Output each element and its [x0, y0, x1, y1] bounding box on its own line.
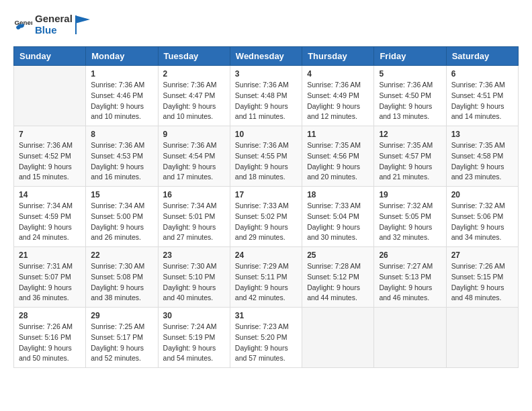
day-info: Sunrise: 7:28 AMSunset: 5:12 PMDaylight:… — [307, 261, 369, 304]
day-number: 20 — [451, 190, 513, 199]
day-number: 11 — [307, 130, 369, 139]
day-info: Sunrise: 7:36 AMSunset: 4:53 PMDaylight:… — [91, 140, 152, 183]
day-info: Sunrise: 7:36 AMSunset: 4:48 PMDaylight:… — [235, 80, 297, 122]
day-number: 6 — [451, 69, 513, 79]
calendar-cell: 28Sunrise: 7:26 AMSunset: 5:16 PMDayligh… — [14, 308, 86, 368]
day-info: Sunrise: 7:36 AMSunset: 4:47 PMDaylight:… — [163, 80, 225, 122]
day-number: 28 — [19, 311, 81, 320]
calendar-cell — [14, 66, 86, 126]
calendar-cell: 9Sunrise: 7:36 AMSunset: 4:54 PMDaylight… — [158, 126, 230, 187]
calendar-cell: 10Sunrise: 7:36 AMSunset: 4:55 PMDayligh… — [230, 126, 302, 187]
day-info: Sunrise: 7:32 AMSunset: 5:05 PMDaylight:… — [379, 201, 441, 243]
day-info: Sunrise: 7:33 AMSunset: 5:04 PMDaylight:… — [307, 201, 369, 243]
calendar-cell: 3Sunrise: 7:36 AMSunset: 4:48 PMDaylight… — [230, 66, 302, 126]
day-number: 10 — [235, 130, 297, 139]
calendar-cell: 8Sunrise: 7:36 AMSunset: 4:53 PMDaylight… — [86, 126, 158, 187]
calendar-cell: 4Sunrise: 7:36 AMSunset: 4:49 PMDaylight… — [302, 66, 374, 126]
day-number: 22 — [91, 250, 152, 260]
calendar-cell: 7Sunrise: 7:36 AMSunset: 4:52 PMDaylight… — [14, 126, 86, 187]
day-number: 8 — [91, 130, 152, 139]
calendar-cell: 22Sunrise: 7:30 AMSunset: 5:08 PMDayligh… — [86, 247, 158, 308]
day-number: 1 — [91, 69, 152, 79]
day-info: Sunrise: 7:36 AMSunset: 4:52 PMDaylight:… — [19, 140, 81, 183]
calendar-cell: 20Sunrise: 7:32 AMSunset: 5:06 PMDayligh… — [446, 187, 518, 247]
day-info: Sunrise: 7:35 AMSunset: 4:58 PMDaylight:… — [451, 140, 513, 183]
calendar-cell: 14Sunrise: 7:34 AMSunset: 4:59 PMDayligh… — [14, 187, 86, 247]
day-info: Sunrise: 7:25 AMSunset: 5:17 PMDaylight:… — [91, 322, 152, 364]
weekday-header-row: SundayMondayTuesdayWednesdayThursdayFrid… — [14, 47, 519, 66]
day-info: Sunrise: 7:26 AMSunset: 5:16 PMDaylight:… — [19, 322, 81, 364]
day-info: Sunrise: 7:29 AMSunset: 5:11 PMDaylight:… — [235, 261, 297, 304]
day-info: Sunrise: 7:36 AMSunset: 4:46 PMDaylight:… — [91, 80, 152, 122]
calendar-cell: 17Sunrise: 7:33 AMSunset: 5:02 PMDayligh… — [230, 187, 302, 247]
day-info: Sunrise: 7:31 AMSunset: 5:07 PMDaylight:… — [19, 261, 81, 304]
day-info: Sunrise: 7:30 AMSunset: 5:10 PMDaylight:… — [163, 261, 225, 304]
logo-blue-text: Blue — [35, 25, 73, 36]
day-number: 18 — [307, 190, 369, 199]
weekday-header-saturday: Saturday — [446, 47, 518, 66]
weekday-header-monday: Monday — [86, 47, 158, 66]
svg-marker-1 — [75, 15, 90, 24]
calendar-cell: 25Sunrise: 7:28 AMSunset: 5:12 PMDayligh… — [302, 247, 374, 308]
calendar-cell: 15Sunrise: 7:34 AMSunset: 5:00 PMDayligh… — [86, 187, 158, 247]
day-info: Sunrise: 7:30 AMSunset: 5:08 PMDaylight:… — [91, 261, 152, 304]
day-number: 16 — [163, 190, 225, 199]
day-number: 26 — [379, 250, 441, 260]
day-info: Sunrise: 7:36 AMSunset: 4:51 PMDaylight:… — [451, 80, 513, 122]
calendar-cell: 26Sunrise: 7:27 AMSunset: 5:13 PMDayligh… — [374, 247, 446, 308]
day-number: 30 — [163, 311, 225, 320]
day-number: 31 — [235, 311, 297, 320]
day-info: Sunrise: 7:36 AMSunset: 4:50 PMDaylight:… — [379, 80, 441, 122]
day-info: Sunrise: 7:36 AMSunset: 4:55 PMDaylight:… — [235, 140, 297, 183]
calendar-cell: 5Sunrise: 7:36 AMSunset: 4:50 PMDaylight… — [374, 66, 446, 126]
day-info: Sunrise: 7:33 AMSunset: 5:02 PMDaylight:… — [235, 201, 297, 243]
calendar-week-1: 1Sunrise: 7:36 AMSunset: 4:46 PMDaylight… — [14, 66, 519, 126]
day-number: 24 — [235, 250, 297, 260]
logo: General General Blue — [13, 13, 90, 36]
day-info: Sunrise: 7:32 AMSunset: 5:06 PMDaylight:… — [451, 201, 513, 243]
calendar-cell: 2Sunrise: 7:36 AMSunset: 4:47 PMDaylight… — [158, 66, 230, 126]
calendar-cell: 31Sunrise: 7:23 AMSunset: 5:20 PMDayligh… — [230, 308, 302, 368]
calendar-cell: 23Sunrise: 7:30 AMSunset: 5:10 PMDayligh… — [158, 247, 230, 308]
day-info: Sunrise: 7:36 AMSunset: 4:54 PMDaylight:… — [163, 140, 225, 183]
day-info: Sunrise: 7:27 AMSunset: 5:13 PMDaylight:… — [379, 261, 441, 304]
day-number: 15 — [91, 190, 152, 199]
calendar-cell: 16Sunrise: 7:34 AMSunset: 5:01 PMDayligh… — [158, 187, 230, 247]
page-header: General General Blue — [13, 13, 519, 36]
calendar-cell: 30Sunrise: 7:24 AMSunset: 5:19 PMDayligh… — [158, 308, 230, 368]
day-number: 21 — [19, 250, 81, 260]
calendar-cell: 13Sunrise: 7:35 AMSunset: 4:58 PMDayligh… — [446, 126, 518, 187]
calendar-cell: 18Sunrise: 7:33 AMSunset: 5:04 PMDayligh… — [302, 187, 374, 247]
calendar-cell: 27Sunrise: 7:26 AMSunset: 5:15 PMDayligh… — [446, 247, 518, 308]
weekday-header-thursday: Thursday — [302, 47, 374, 66]
calendar-cell: 24Sunrise: 7:29 AMSunset: 5:11 PMDayligh… — [230, 247, 302, 308]
calendar-cell: 29Sunrise: 7:25 AMSunset: 5:17 PMDayligh… — [86, 308, 158, 368]
calendar-week-5: 28Sunrise: 7:26 AMSunset: 5:16 PMDayligh… — [14, 308, 519, 368]
calendar-cell — [446, 308, 518, 368]
day-info: Sunrise: 7:23 AMSunset: 5:20 PMDaylight:… — [235, 322, 297, 364]
day-number: 17 — [235, 190, 297, 199]
day-number: 14 — [19, 190, 81, 199]
calendar-cell — [374, 308, 446, 368]
day-info: Sunrise: 7:36 AMSunset: 4:49 PMDaylight:… — [307, 80, 369, 122]
calendar-cell — [302, 308, 374, 368]
day-number: 5 — [379, 69, 441, 79]
weekday-header-wednesday: Wednesday — [230, 47, 302, 66]
day-number: 25 — [307, 250, 369, 260]
generalblue-logo-icon: General — [13, 15, 32, 34]
calendar-cell: 1Sunrise: 7:36 AMSunset: 4:46 PMDaylight… — [86, 66, 158, 126]
day-number: 23 — [163, 250, 225, 260]
calendar-week-2: 7Sunrise: 7:36 AMSunset: 4:52 PMDaylight… — [14, 126, 519, 187]
calendar-week-4: 21Sunrise: 7:31 AMSunset: 5:07 PMDayligh… — [14, 247, 519, 308]
calendar-body: 1Sunrise: 7:36 AMSunset: 4:46 PMDaylight… — [14, 66, 519, 368]
day-number: 9 — [163, 130, 225, 139]
day-number: 2 — [163, 69, 225, 79]
calendar-cell: 6Sunrise: 7:36 AMSunset: 4:51 PMDaylight… — [446, 66, 518, 126]
day-number: 12 — [379, 130, 441, 139]
day-info: Sunrise: 7:34 AMSunset: 4:59 PMDaylight:… — [19, 201, 81, 243]
day-number: 4 — [307, 69, 369, 79]
day-info: Sunrise: 7:35 AMSunset: 4:57 PMDaylight:… — [379, 140, 441, 183]
day-number: 13 — [451, 130, 513, 139]
day-number: 29 — [91, 311, 152, 320]
day-info: Sunrise: 7:34 AMSunset: 5:00 PMDaylight:… — [91, 201, 152, 243]
